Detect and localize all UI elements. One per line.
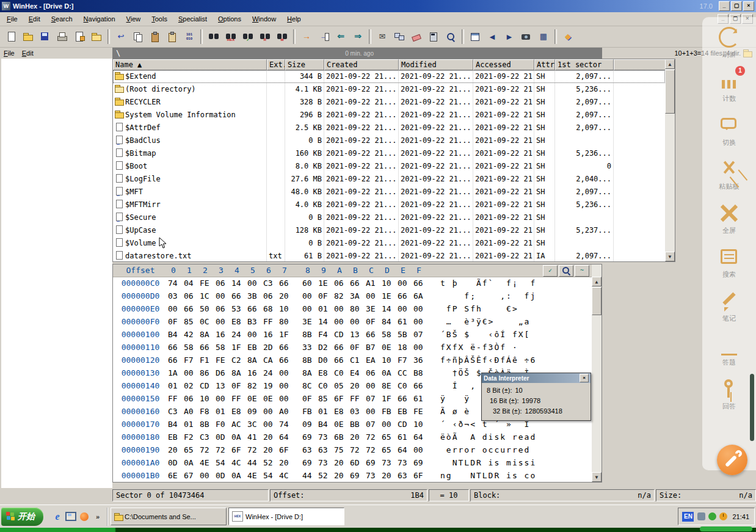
hex-byte[interactable]: 61: [398, 315, 413, 328]
hex-byte[interactable]: 06: [184, 290, 200, 302]
hex-byte[interactable]: 82: [334, 290, 350, 302]
network-button[interactable]: [391, 29, 407, 45]
hex-byte[interactable]: 4C: [279, 469, 295, 482]
data-interpreter-button[interactable]: [467, 29, 483, 45]
hex-byte[interactable]: 00: [334, 302, 350, 315]
hex-byte[interactable]: 01: [318, 302, 334, 315]
hex-byte[interactable]: 6F: [231, 443, 247, 456]
send-mail-button[interactable]: ✉: [374, 29, 390, 45]
tools-wrench-button[interactable]: [717, 445, 747, 475]
hex-byte[interactable]: B4: [168, 328, 184, 341]
hex-row[interactable]: 00000190206572726F72206F6363757272656400…: [113, 443, 592, 456]
hex-byte[interactable]: 66: [247, 302, 263, 315]
hex-byte[interactable]: B3: [247, 315, 263, 328]
go-forward-button[interactable]: ⇒: [350, 29, 366, 45]
hex-byte[interactable]: 14: [382, 302, 398, 315]
table-row[interactable]: System Volume Information296 B2021-09-22…: [113, 109, 665, 122]
column-header-1st-sector[interactable]: 1st sector: [555, 59, 614, 70]
hex-byte[interactable]: 1F: [279, 328, 295, 341]
replace-button[interactable]: R: [257, 29, 273, 45]
current-path[interactable]: \ 0 min. ago: [112, 48, 602, 59]
hex-byte[interactable]: 16: [216, 328, 231, 341]
menu-help[interactable]: Help: [282, 13, 307, 24]
hex-byte[interactable]: 00: [279, 379, 295, 392]
hex-byte[interactable]: 69: [366, 456, 382, 469]
hex-byte[interactable]: 01: [216, 405, 231, 418]
hex-ansi-text[interactable]: t þ Ãf` f¡ f: [433, 277, 536, 290]
hex-byte[interactable]: 0E: [247, 392, 263, 405]
hex-byte[interactable]: C0: [398, 379, 413, 392]
hex-byte[interactable]: 20: [279, 290, 295, 302]
hex-byte[interactable]: 00: [279, 392, 295, 405]
hex-bytes[interactable]: 665866581FEB2D6633D2660FB70E1800: [168, 341, 433, 354]
hex-byte[interactable]: 20: [382, 469, 398, 482]
hex-byte[interactable]: 09: [302, 418, 318, 431]
hex-byte[interactable]: 00: [279, 366, 295, 379]
hex-byte[interactable]: 64: [279, 431, 295, 443]
hex-byte[interactable]: 66: [413, 277, 429, 290]
hex-byte[interactable]: 00: [366, 290, 382, 302]
find-next-button[interactable]: ✓: [240, 29, 256, 45]
directory-scrollbar[interactable]: ▲ ▼: [665, 59, 675, 261]
hex-byte[interactable]: 66: [168, 354, 184, 366]
hex-byte[interactable]: 72: [350, 443, 366, 456]
data-interpreter-close-button[interactable]: ×: [580, 374, 589, 382]
hex-bytes[interactable]: B4428A162400161F8BF4CD1366585B07: [168, 328, 433, 341]
hex-bytes[interactable]: 0D0A4E544C4452206973206D69737369: [168, 456, 433, 469]
hex-byte[interactable]: 06: [263, 290, 279, 302]
hex-byte[interactable]: 63: [302, 443, 318, 456]
hex-byte[interactable]: 00: [398, 302, 413, 315]
hex-byte[interactable]: FE: [216, 354, 231, 366]
hex-bytes[interactable]: 6E67000D0A4E544C445220697320636F: [168, 469, 433, 482]
hex-byte[interactable]: AC: [231, 418, 247, 431]
hex-byte[interactable]: 03: [350, 405, 366, 418]
hex-byte[interactable]: A0: [184, 405, 200, 418]
hex-byte[interactable]: 66: [200, 341, 216, 354]
hex-row[interactable]: 000001A00D0A4E544C4452206973206D69737369…: [113, 456, 592, 469]
hex-byte[interactable]: EA: [366, 354, 382, 366]
column-header-attr-[interactable]: Attr.: [534, 59, 555, 70]
hex-byte[interactable]: 0F: [366, 315, 382, 328]
hex-byte[interactable]: 0E: [334, 418, 350, 431]
find-again-button[interactable]: M: [274, 29, 290, 45]
hex-byte[interactable]: 00: [398, 277, 413, 290]
hex-byte[interactable]: 66: [168, 341, 184, 354]
hex-byte[interactable]: 00: [413, 341, 429, 354]
sidebar-drag-handle[interactable]: [750, 374, 754, 441]
show-desktop-icon[interactable]: [64, 509, 78, 524]
hex-byte[interactable]: C3: [263, 277, 279, 290]
file-properties-button[interactable]: [71, 29, 87, 45]
hex-byte[interactable]: B4: [318, 418, 334, 431]
menu-file[interactable]: File: [1, 13, 23, 24]
hex-byte[interactable]: 63: [318, 443, 334, 456]
hex-byte[interactable]: 20: [334, 456, 350, 469]
hex-byte[interactable]: 69: [302, 431, 318, 443]
data-interpreter-titlebar[interactable]: Data Interpreter ×: [482, 373, 591, 383]
start-button[interactable]: 开始: [1, 508, 43, 526]
calculator-button[interactable]: [426, 29, 442, 45]
goto-offset-button[interactable]: →: [299, 29, 314, 45]
search-page-button[interactable]: [559, 265, 573, 277]
hex-byte[interactable]: 66: [413, 379, 429, 392]
hex-byte[interactable]: C1: [350, 354, 366, 366]
table-row[interactable]: $Volume0 B2021-09-22 21...2021-09-22 21.…: [113, 237, 665, 250]
panel-menu-file[interactable]: File: [4, 49, 15, 57]
hex-byte[interactable]: D0: [318, 354, 334, 366]
hex-byte[interactable]: 00: [366, 379, 382, 392]
scroll-down-button[interactable]: ▼: [592, 472, 602, 482]
hex-byte[interactable]: 66: [279, 277, 295, 290]
clipboard-paste-button[interactable]: [147, 29, 163, 45]
menu-tools[interactable]: Tools: [146, 13, 173, 24]
hex-byte[interactable]: 3A: [350, 290, 366, 302]
hex-byte[interactable]: C3: [200, 431, 216, 443]
hex-byte[interactable]: 00: [263, 405, 279, 418]
hex-byte[interactable]: 6F: [279, 443, 295, 456]
panel-menu-edit[interactable]: Edit: [22, 49, 34, 57]
hex-byte[interactable]: F8: [200, 405, 216, 418]
go-back-button[interactable]: ⇐: [333, 29, 349, 45]
hex-byte[interactable]: 65: [382, 443, 398, 456]
hex-byte[interactable]: 16: [263, 328, 279, 341]
quick-launch-more-icon[interactable]: »: [91, 509, 104, 524]
hex-byte[interactable]: CD: [398, 418, 413, 431]
hex-byte[interactable]: B7: [366, 341, 382, 354]
